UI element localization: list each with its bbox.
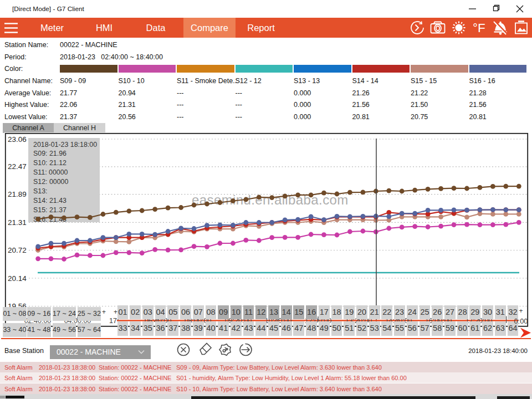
svg-text:S12: 00000: S12: 00000 xyxy=(33,178,68,186)
svg-text:S10: 21.12: S10: 21.12 xyxy=(33,159,66,167)
svg-text:S13:: S13: xyxy=(33,187,48,195)
svg-text:S09: 21.96: S09: 21.96 xyxy=(33,150,66,157)
svg-text:20.14: 20.14 xyxy=(8,274,27,283)
svg-text:21.31: 21.31 xyxy=(8,218,27,227)
svg-text:S14: 21.43: S14: 21.43 xyxy=(33,197,66,204)
svg-text:23.06: 23.06 xyxy=(8,135,27,144)
svg-text:17: 17 xyxy=(109,317,117,325)
svg-text:21.89: 21.89 xyxy=(8,190,27,198)
svg-text:20.72: 20.72 xyxy=(8,246,27,254)
svg-text:+: + xyxy=(102,308,106,316)
svg-text:S11: 00000: S11: 00000 xyxy=(33,168,68,176)
svg-text:2018-01-23 18:18:00: 2018-01-23 18:18:00 xyxy=(33,141,97,149)
svg-text:22.47: 22.47 xyxy=(8,162,27,171)
svg-text:S15: 21.37: S15: 21.37 xyxy=(33,206,66,214)
svg-text:+: + xyxy=(519,307,523,315)
